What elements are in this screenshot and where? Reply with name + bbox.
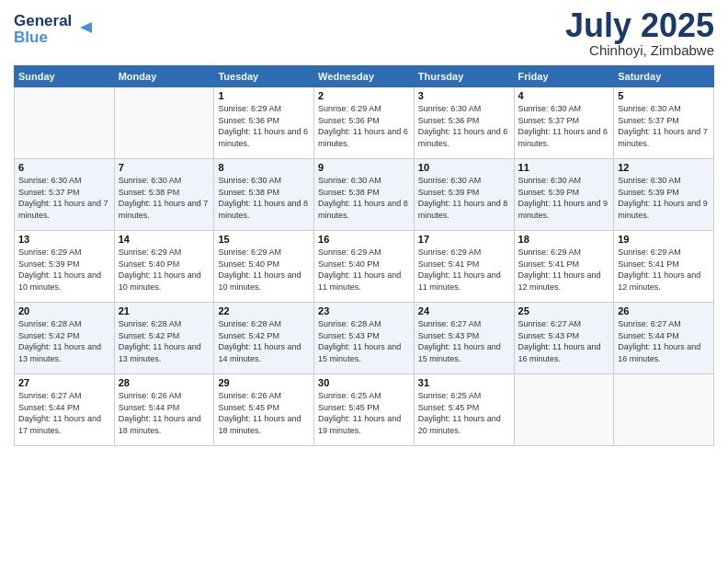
weekday-sunday: Sunday <box>15 66 115 87</box>
location: Chinhoyi, Zimbabwe <box>565 42 714 58</box>
day-number: 13 <box>18 234 110 245</box>
day-info: Sunrise: 6:29 AM Sunset: 5:36 PM Dayligh… <box>218 103 310 149</box>
day-number: 31 <box>418 377 510 388</box>
calendar-cell <box>114 87 214 159</box>
calendar-cell: 22Sunrise: 6:28 AM Sunset: 5:42 PM Dayli… <box>214 303 314 374</box>
day-number: 28 <box>119 377 210 388</box>
calendar-cell: 25Sunrise: 6:27 AM Sunset: 5:43 PM Dayli… <box>514 303 614 374</box>
day-info: Sunrise: 6:25 AM Sunset: 5:45 PM Dayligh… <box>318 390 410 436</box>
day-number: 1 <box>218 90 310 101</box>
day-number: 6 <box>18 162 110 173</box>
calendar-cell: 6Sunrise: 6:30 AM Sunset: 5:37 PM Daylig… <box>15 159 115 231</box>
day-number: 23 <box>318 305 410 316</box>
day-number: 5 <box>618 90 710 101</box>
day-number: 8 <box>218 162 310 173</box>
day-info: Sunrise: 6:29 AM Sunset: 5:40 PM Dayligh… <box>119 247 210 293</box>
weekday-wednesday: Wednesday <box>314 66 415 87</box>
calendar-cell: 28Sunrise: 6:26 AM Sunset: 5:44 PM Dayli… <box>114 374 214 446</box>
calendar-cell: 17Sunrise: 6:29 AM Sunset: 5:41 PM Dayli… <box>414 231 514 303</box>
day-info: Sunrise: 6:27 AM Sunset: 5:44 PM Dayligh… <box>618 318 710 364</box>
day-info: Sunrise: 6:29 AM Sunset: 5:36 PM Dayligh… <box>318 103 410 149</box>
calendar-cell: 4Sunrise: 6:30 AM Sunset: 5:37 PM Daylig… <box>514 87 614 159</box>
week-row-4: 20Sunrise: 6:28 AM Sunset: 5:42 PM Dayli… <box>15 303 714 374</box>
calendar-cell: 30Sunrise: 6:25 AM Sunset: 5:45 PM Dayli… <box>314 374 415 446</box>
day-info: Sunrise: 6:28 AM Sunset: 5:42 PM Dayligh… <box>18 318 110 364</box>
day-number: 27 <box>18 377 110 388</box>
week-row-3: 13Sunrise: 6:29 AM Sunset: 5:39 PM Dayli… <box>15 231 714 303</box>
day-number: 10 <box>418 162 510 173</box>
day-info: Sunrise: 6:30 AM Sunset: 5:38 PM Dayligh… <box>318 175 410 221</box>
calendar-cell: 1Sunrise: 6:29 AM Sunset: 5:36 PM Daylig… <box>214 87 314 159</box>
day-number: 30 <box>318 377 410 388</box>
day-info: Sunrise: 6:29 AM Sunset: 5:41 PM Dayligh… <box>418 247 510 293</box>
title-area: July 2025 Chinhoyi, Zimbabwe <box>565 9 714 58</box>
weekday-friday: Friday <box>514 66 614 87</box>
weekday-monday: Monday <box>114 66 214 87</box>
day-info: Sunrise: 6:30 AM Sunset: 5:38 PM Dayligh… <box>119 175 210 221</box>
calendar-cell: 24Sunrise: 6:27 AM Sunset: 5:43 PM Dayli… <box>414 303 514 374</box>
calendar-cell: 13Sunrise: 6:29 AM Sunset: 5:39 PM Dayli… <box>15 231 115 303</box>
calendar-body: 1Sunrise: 6:29 AM Sunset: 5:36 PM Daylig… <box>15 87 714 446</box>
calendar-cell: 7Sunrise: 6:30 AM Sunset: 5:38 PM Daylig… <box>114 159 214 231</box>
calendar-cell: 3Sunrise: 6:30 AM Sunset: 5:36 PM Daylig… <box>414 87 514 159</box>
day-number: 22 <box>218 305 310 316</box>
calendar-cell: 5Sunrise: 6:30 AM Sunset: 5:37 PM Daylig… <box>614 87 714 159</box>
week-row-5: 27Sunrise: 6:27 AM Sunset: 5:44 PM Dayli… <box>15 374 714 446</box>
day-number: 16 <box>318 234 410 245</box>
day-info: Sunrise: 6:30 AM Sunset: 5:39 PM Dayligh… <box>418 175 510 221</box>
day-number: 12 <box>618 162 710 173</box>
day-number: 9 <box>318 162 410 173</box>
day-info: Sunrise: 6:28 AM Sunset: 5:43 PM Dayligh… <box>318 318 410 364</box>
calendar-cell: 8Sunrise: 6:30 AM Sunset: 5:38 PM Daylig… <box>214 159 314 231</box>
calendar-cell: 16Sunrise: 6:29 AM Sunset: 5:40 PM Dayli… <box>314 231 415 303</box>
day-info: Sunrise: 6:30 AM Sunset: 5:39 PM Dayligh… <box>518 175 610 221</box>
day-info: Sunrise: 6:26 AM Sunset: 5:45 PM Dayligh… <box>218 390 310 436</box>
weekday-thursday: Thursday <box>414 66 514 87</box>
logo: General Blue <box>14 9 106 52</box>
day-info: Sunrise: 6:30 AM Sunset: 5:39 PM Dayligh… <box>618 175 710 221</box>
week-row-1: 1Sunrise: 6:29 AM Sunset: 5:36 PM Daylig… <box>15 87 714 159</box>
svg-marker-2 <box>80 22 92 33</box>
day-info: Sunrise: 6:28 AM Sunset: 5:42 PM Dayligh… <box>218 318 310 364</box>
day-number: 29 <box>218 377 310 388</box>
weekday-tuesday: Tuesday <box>214 66 314 87</box>
day-number: 20 <box>18 305 110 316</box>
calendar-cell: 15Sunrise: 6:29 AM Sunset: 5:40 PM Dayli… <box>214 231 314 303</box>
day-number: 3 <box>418 90 510 101</box>
day-info: Sunrise: 6:30 AM Sunset: 5:37 PM Dayligh… <box>18 175 110 221</box>
day-info: Sunrise: 6:28 AM Sunset: 5:42 PM Dayligh… <box>119 318 210 364</box>
calendar-cell: 19Sunrise: 6:29 AM Sunset: 5:41 PM Dayli… <box>614 231 714 303</box>
calendar-cell: 29Sunrise: 6:26 AM Sunset: 5:45 PM Dayli… <box>214 374 314 446</box>
calendar-cell: 2Sunrise: 6:29 AM Sunset: 5:36 PM Daylig… <box>314 87 415 159</box>
day-number: 14 <box>119 234 210 245</box>
day-info: Sunrise: 6:29 AM Sunset: 5:39 PM Dayligh… <box>18 247 110 293</box>
day-number: 17 <box>418 234 510 245</box>
header: General Blue July 2025 Chinhoyi, Zimbabw… <box>14 9 714 58</box>
weekday-row: Sunday Monday Tuesday Wednesday Thursday… <box>15 66 714 87</box>
calendar-cell: 10Sunrise: 6:30 AM Sunset: 5:39 PM Dayli… <box>414 159 514 231</box>
weekday-saturday: Saturday <box>614 66 714 87</box>
day-number: 11 <box>518 162 610 173</box>
calendar-cell: 18Sunrise: 6:29 AM Sunset: 5:41 PM Dayli… <box>514 231 614 303</box>
calendar-cell: 21Sunrise: 6:28 AM Sunset: 5:42 PM Dayli… <box>114 303 214 374</box>
calendar-table: Sunday Monday Tuesday Wednesday Thursday… <box>14 65 714 446</box>
calendar-cell <box>614 374 714 446</box>
day-number: 25 <box>518 305 610 316</box>
day-info: Sunrise: 6:29 AM Sunset: 5:41 PM Dayligh… <box>518 247 610 293</box>
calendar-cell <box>15 87 115 159</box>
day-number: 21 <box>119 305 210 316</box>
calendar-cell: 26Sunrise: 6:27 AM Sunset: 5:44 PM Dayli… <box>614 303 714 374</box>
calendar-cell: 14Sunrise: 6:29 AM Sunset: 5:40 PM Dayli… <box>114 231 214 303</box>
logo-icon: General Blue <box>14 9 106 48</box>
day-info: Sunrise: 6:27 AM Sunset: 5:43 PM Dayligh… <box>518 318 610 364</box>
day-number: 15 <box>218 234 310 245</box>
day-number: 24 <box>418 305 510 316</box>
month-title: July 2025 <box>565 9 714 42</box>
day-info: Sunrise: 6:25 AM Sunset: 5:45 PM Dayligh… <box>418 390 510 436</box>
svg-text:Blue: Blue <box>14 29 48 46</box>
day-info: Sunrise: 6:30 AM Sunset: 5:38 PM Dayligh… <box>218 175 310 221</box>
day-info: Sunrise: 6:29 AM Sunset: 5:40 PM Dayligh… <box>218 247 310 293</box>
calendar-cell <box>514 374 614 446</box>
calendar-cell: 12Sunrise: 6:30 AM Sunset: 5:39 PM Dayli… <box>614 159 714 231</box>
calendar-cell: 27Sunrise: 6:27 AM Sunset: 5:44 PM Dayli… <box>15 374 115 446</box>
